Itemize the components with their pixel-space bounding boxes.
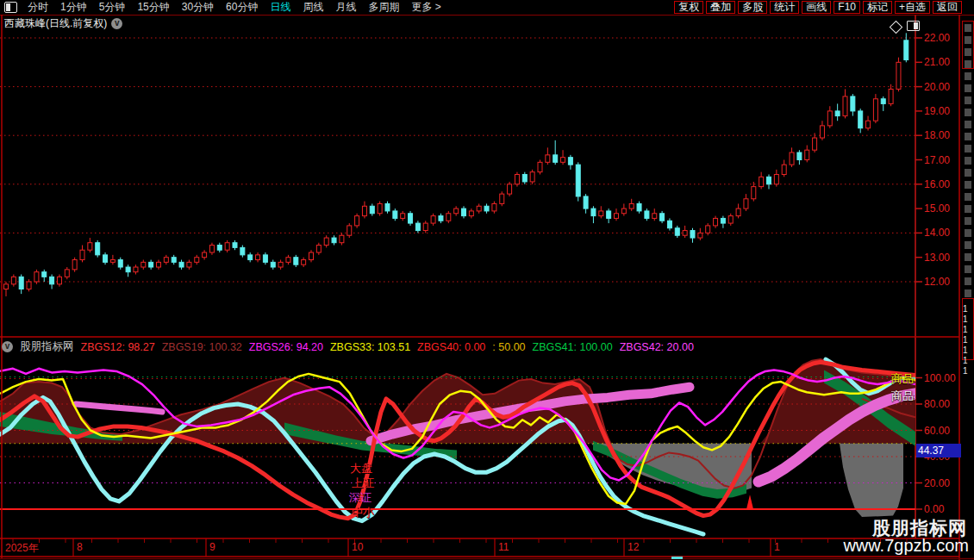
series-name-label: 商品线 (891, 389, 915, 404)
clipped-axis-digit: 1 (963, 304, 968, 314)
period-tab-日线[interactable]: 日线 (270, 0, 290, 15)
chart-canvas[interactable] (0, 0, 974, 560)
indicator-axis-label: 0.00 (924, 503, 960, 515)
x-axis-month-label: 8 (77, 541, 83, 553)
clipped-sidebar-glyph (965, 229, 971, 237)
indicator-value: ZBGS19: 100.32 (162, 341, 242, 353)
indicator-value: ZBGS41: 100.00 (533, 341, 613, 353)
indicator-value: ZBGS26: 94.20 (249, 341, 323, 353)
indicator-header: v 股朋指标网 ZBGS12: 98.27ZBGS19: 100.32ZBGS2… (2, 339, 694, 354)
x-axis-month-label: 12 (627, 541, 639, 553)
toolbar-button-标记[interactable]: 标记 (863, 1, 892, 14)
clipped-sidebar-glyph (965, 169, 971, 177)
toolbar-button-+自选[interactable]: +自选 (895, 1, 930, 14)
clipped-sidebar-glyph (965, 109, 971, 116)
period-tab-分时[interactable]: 分时 (28, 0, 48, 15)
price-axis-label: 14.00 (924, 227, 960, 239)
clipped-sidebar-glyph (965, 84, 971, 92)
period-tab-月线[interactable]: 月线 (335, 0, 356, 15)
chevron-down-icon[interactable]: v (111, 18, 122, 29)
price-axis-label: 17.00 (924, 154, 960, 166)
toolbar-button-统计[interactable]: 统计 (770, 1, 799, 14)
indicator-axis-label: 20.00 (924, 477, 960, 489)
symbol-title: 西藏珠峰(日线.前复权) (4, 16, 107, 31)
index-tag-label: 中小 (352, 505, 374, 520)
indicator-value: ZBGS12: 98.27 (81, 341, 155, 353)
x-axis-month-label: 10 (352, 541, 363, 553)
price-axis-label: 22.00 (924, 32, 960, 44)
top-toolbar: 分时1分钟5分钟15分钟30分钟60分钟日线周线月线多周期更多 > 复权叠加多股… (0, 0, 974, 15)
indicator-name: 股朋指标网 (20, 339, 74, 354)
clipped-sidebar-glyph (965, 265, 971, 273)
period-tab-周线[interactable]: 周线 (303, 0, 323, 15)
toolbar-buttons: 复权叠加多股统计画线F10标记+自选返回 (674, 1, 974, 14)
clipped-axis-digit: 1 (963, 314, 968, 324)
price-axis-label: 16.00 (924, 178, 960, 190)
period-tab-30分钟[interactable]: 30分钟 (182, 0, 214, 15)
symbol-title-bar[interactable]: 西藏珠峰(日线.前复权) v (4, 16, 122, 31)
clipped-sidebar-glyph (965, 121, 971, 128)
toolbar-button-画线[interactable]: 画线 (802, 1, 831, 14)
clipped-axis-digit: 1 (963, 345, 968, 355)
indicator-axis-label: 80.00 (924, 398, 960, 410)
collapse-chevron-icon[interactable]: v (2, 341, 13, 352)
clipped-sidebar-glyph (965, 72, 971, 80)
index-tag-label: 深证 (349, 490, 371, 506)
price-axis-label: 12.00 (924, 276, 960, 288)
clipped-axis-digit: 1 (963, 325, 968, 334)
current-value-badge: 44.37 (916, 444, 961, 457)
period-tab-多周期[interactable]: 多周期 (368, 0, 399, 15)
clipped-sidebar-glyph (965, 289, 971, 297)
index-tag-label: 上证 (352, 476, 374, 491)
clipped-sidebar-glyph (965, 217, 971, 225)
clipped-bottom-fragment (671, 557, 683, 559)
indicator-value: : 50.00 (492, 341, 525, 353)
index-tag-label: 大盘 (350, 461, 372, 476)
toolbar-button-F10[interactable]: F10 (834, 1, 860, 14)
toolbar-button-返回[interactable]: 返回 (933, 1, 962, 14)
clipped-sidebar-glyph (965, 181, 971, 189)
clipped-sidebar-glyph (965, 277, 971, 285)
toolbar-button-叠加[interactable]: 叠加 (706, 1, 735, 14)
x-axis-month-label: 11 (498, 541, 509, 553)
toolbar-button-多股[interactable]: 多股 (738, 1, 767, 14)
price-axis-label: 19.00 (924, 105, 960, 117)
app-window: 分时1分钟5分钟15分钟30分钟60分钟日线周线月线多周期更多 > 复权叠加多股… (0, 0, 974, 560)
indicator-value: ZBGS42: 20.00 (620, 341, 694, 353)
price-axis-label: 13.00 (924, 252, 960, 264)
clipped-sidebar-glyph (965, 157, 971, 165)
clipped-sidebar-glyph (965, 253, 971, 261)
clipped-sidebar-glyph (965, 133, 971, 140)
period-menu: 分时1分钟5分钟15分钟30分钟60分钟日线周线月线多周期更多 > (0, 0, 441, 15)
price-axis-label: 15.00 (924, 202, 960, 215)
toolbar-button-复权[interactable]: 复权 (674, 1, 703, 14)
layout-split-icon[interactable] (4, 2, 17, 13)
price-axis-label: 18.00 (924, 129, 960, 141)
clipped-sidebar-glyph (965, 241, 971, 249)
indicator-value: ZBGS40: 0.00 (417, 341, 485, 353)
panel-split-icon[interactable] (907, 21, 920, 31)
indicator-axis-label: 60.00 (924, 425, 960, 437)
price-axis-label: 20.00 (924, 81, 960, 93)
clipped-sidebar-glyph (965, 193, 971, 201)
period-tab-5分钟[interactable]: 5分钟 (99, 0, 126, 15)
period-tab-15分钟[interactable]: 15分钟 (137, 0, 169, 15)
clipped-axis-digit: 1 (963, 335, 968, 345)
period-tab-1分钟[interactable]: 1分钟 (60, 0, 87, 15)
period-tab-更多 >[interactable]: 更多 > (411, 0, 440, 15)
series-name-label: 商品线 (891, 371, 915, 387)
clipped-axis-digit: 1 (963, 366, 968, 376)
x-axis-month-label: 1 (774, 541, 780, 553)
price-axis-label: 21.00 (924, 56, 960, 68)
indicator-axis-label: 100.00 (924, 372, 960, 384)
clipped-sidebar-section (962, 21, 974, 69)
x-axis-month-label: 9 (209, 541, 215, 553)
clipped-sidebar-glyph (965, 96, 971, 104)
x-axis-month-label: 2025年 (5, 541, 39, 556)
clipped-sidebar-glyph (965, 205, 971, 213)
clipped-axis-digit: 1 (963, 356, 968, 365)
watermark-url: www.7gpzb.com (843, 536, 969, 556)
clipped-sidebar-glyph (965, 145, 971, 152)
period-tab-60分钟[interactable]: 60分钟 (226, 0, 258, 15)
indicator-value: ZBGS33: 103.51 (330, 341, 410, 353)
